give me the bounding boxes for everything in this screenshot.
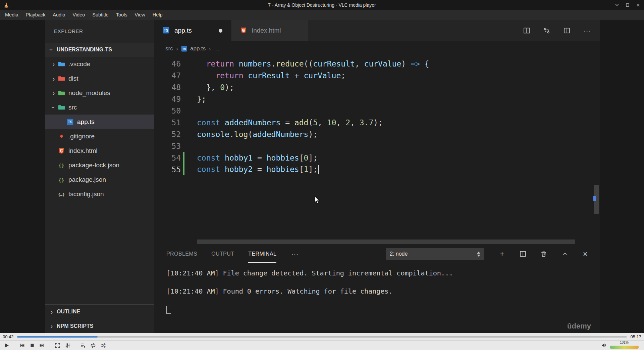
explorer-sidebar: EXPLORER › UNDERSTANDING-TS ›.vscode›dis…: [45, 20, 154, 333]
svg-text:TS: TS: [68, 120, 72, 124]
gutter: [181, 70, 187, 81]
menu-subtitle[interactable]: Subtitle: [89, 10, 112, 20]
split-editor-icon[interactable]: [564, 27, 570, 34]
code-editor[interactable]: 46 return numbers.reduce((curResult, cur…: [154, 56, 600, 245]
previous-button[interactable]: [17, 341, 26, 349]
tree-item-package-lock.json[interactable]: {}package-lock.json: [45, 158, 154, 172]
playlist-button[interactable]: [78, 341, 88, 349]
window-title: 7 - Array & Object Destructuring - VLC m…: [0, 2, 644, 8]
terminal-line: [166, 278, 600, 287]
menu-tools[interactable]: Tools: [112, 10, 131, 20]
tree-item-tsconfig.json[interactable]: {…}tsconfig.json: [45, 187, 154, 201]
horizontal-scrollbar[interactable]: [197, 239, 575, 244]
volume-slider[interactable]: 101%: [610, 341, 639, 350]
video-area[interactable]: EXPLORER › UNDERSTANDING-TS ›.vscode›dis…: [0, 20, 644, 333]
vertical-scrollbar[interactable]: [593, 56, 600, 245]
npm-scripts-section[interactable]: › NPM SCRIPTS: [45, 319, 154, 333]
tree-item-dist[interactable]: ›dist: [45, 71, 154, 86]
speaker-icon[interactable]: [601, 342, 607, 348]
menu-help[interactable]: Help: [149, 10, 166, 20]
gutter: [181, 81, 187, 93]
fullscreen-button[interactable]: [53, 341, 62, 349]
modified-indicator[interactable]: [219, 29, 222, 33]
breadcrumb-item-more[interactable]: …: [214, 45, 220, 52]
more-actions-icon[interactable]: ···: [584, 27, 590, 34]
tree-item-.gitignore[interactable]: .gitignore: [45, 129, 154, 143]
terminal-selector-value: 2: node: [390, 251, 408, 257]
tree-item-app.ts[interactable]: TSapp.ts: [45, 115, 154, 129]
breadcrumb-item-file[interactable]: app.ts: [190, 45, 206, 52]
npm-scripts-label: NPM SCRIPTS: [57, 323, 93, 329]
volume-bar[interactable]: [610, 346, 639, 349]
json-icon: {}: [57, 161, 65, 169]
extended-settings-button[interactable]: [63, 341, 72, 349]
terminal-cursor: [166, 306, 171, 314]
close-panel-button[interactable]: ✕: [582, 250, 589, 258]
kill-terminal-button[interactable]: [540, 250, 547, 258]
seek-slider[interactable]: [17, 336, 627, 338]
panel-tab-output[interactable]: OUTPUT: [211, 245, 234, 263]
panel-more-actions-icon[interactable]: ···: [291, 250, 299, 258]
shuffle-button[interactable]: [99, 341, 108, 349]
code-lines: 46 return numbers.reduce((curResult, cur…: [154, 56, 600, 175]
tree-item-label: dist: [68, 75, 78, 82]
tab-app.ts[interactable]: TSapp.ts: [154, 20, 231, 41]
tree-item-label: package.json: [68, 176, 106, 183]
folder-icon: [57, 89, 65, 97]
tree-item-index.html[interactable]: index.html: [45, 143, 154, 158]
open-changes-icon[interactable]: [523, 27, 530, 34]
maximize-button[interactable]: [625, 2, 631, 8]
chevron-right-icon: ›: [48, 323, 55, 330]
menu-media[interactable]: Media: [1, 10, 22, 20]
gutter-change-indicator: [181, 152, 187, 164]
next-button[interactable]: [38, 341, 47, 349]
git-compare-icon[interactable]: [543, 27, 550, 34]
tree-item-node_modules[interactable]: ›node_modules: [45, 86, 154, 100]
maximize-panel-button[interactable]: ›: [561, 250, 568, 258]
svg-text:TS: TS: [182, 47, 186, 51]
loop-button[interactable]: [89, 341, 98, 349]
cursor-position-marker: [593, 196, 596, 201]
tree-item-src[interactable]: ›src: [45, 100, 154, 115]
time-total: 05:17: [630, 334, 641, 339]
menu-view[interactable]: View: [131, 10, 149, 20]
stop-button[interactable]: [28, 341, 37, 349]
volume-percent: 101%: [620, 341, 629, 344]
panel-tab-terminal[interactable]: TERMINAL: [248, 245, 276, 263]
code-line-54: 54const hobby1 = hobbies[0];: [154, 152, 600, 164]
tab-label: index.html: [252, 27, 281, 34]
code-line-55: 55const hobby2 = hobbies[1];: [154, 164, 600, 175]
menu-audio[interactable]: Audio: [49, 10, 69, 20]
terminal-output[interactable]: [10:21:40 AM] File change detected. Star…: [154, 263, 600, 314]
code-text: const hobby1 = hobbies[0];: [197, 154, 318, 162]
minimize-button[interactable]: [614, 2, 620, 8]
breadcrumb: src › TS app.ts › …: [154, 41, 600, 56]
gutter: [181, 117, 187, 128]
breadcrumb-item-src[interactable]: src: [165, 45, 173, 52]
menu-video[interactable]: Video: [69, 10, 89, 20]
panel-tab-problems[interactable]: PROBLEMS: [166, 245, 197, 263]
editor-actions: ···: [523, 20, 600, 41]
tree-item-label: tsconfig.json: [68, 190, 104, 198]
tree-item-.vscode[interactable]: ›.vscode: [45, 57, 154, 71]
code-line-53: 53: [154, 140, 600, 152]
menu-playback[interactable]: Playback: [22, 10, 49, 20]
new-terminal-button[interactable]: +: [498, 250, 506, 258]
panel-tabs: PROBLEMSOUTPUTTERMINAL: [166, 245, 290, 263]
play-button[interactable]: [2, 341, 11, 349]
line-number: 50: [154, 106, 181, 115]
chevron-down-icon: ›: [50, 104, 57, 111]
close-button[interactable]: [635, 2, 641, 8]
project-section-header[interactable]: › UNDERSTANDING-TS: [45, 43, 154, 57]
code-line-48: 48 }, 0);: [154, 81, 600, 93]
outline-section[interactable]: › OUTLINE: [45, 304, 154, 319]
time-elapsed: 00:42: [3, 334, 14, 339]
terminal-selector[interactable]: 2: node: [386, 248, 484, 260]
line-number: 54: [154, 154, 181, 162]
folder-icon: [57, 60, 65, 68]
tab-index.html[interactable]: index.html: [231, 20, 308, 41]
editor-tabbar: TSapp.tsindex.html ···: [154, 20, 600, 41]
code-text: return numbers.reduce((curResult, curVal…: [197, 59, 429, 68]
split-terminal-button[interactable]: [519, 250, 527, 258]
tree-item-package.json[interactable]: {}package.json: [45, 172, 154, 187]
